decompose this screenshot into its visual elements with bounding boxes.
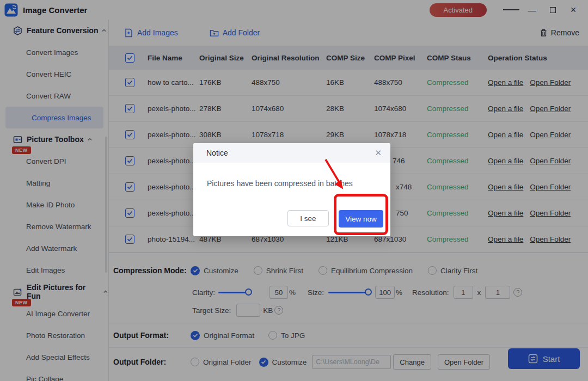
- annotation-highlight-box: [334, 194, 388, 235]
- dialog-header: Notice ✕: [193, 143, 390, 163]
- dialog-message: Pictures have been compressed in batches: [193, 163, 390, 188]
- dialog-close-icon[interactable]: ✕: [375, 148, 382, 158]
- i-see-button[interactable]: I see: [287, 210, 329, 226]
- annotation-arrow: [320, 156, 348, 194]
- dialog-title: Notice: [206, 149, 228, 157]
